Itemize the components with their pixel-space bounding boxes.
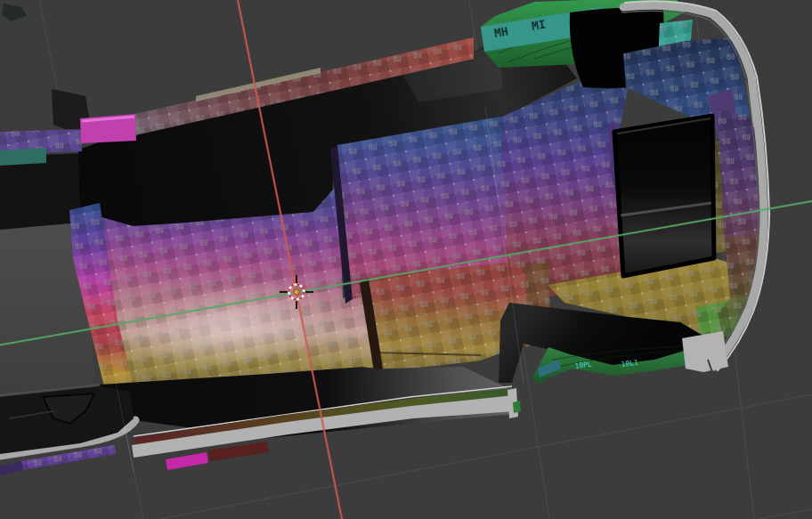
rim-strip-teal: [0, 148, 46, 166]
3d-viewport[interactable]: 88: [0, 0, 812, 519]
uvgrid-label: MI: [531, 17, 547, 32]
object-origin-dot: [294, 289, 299, 295]
wheel-well-box: [614, 116, 714, 276]
rim-corner-green-bit: [513, 401, 521, 413]
uvgrid-label: MH: [493, 24, 509, 39]
rim-corner-bottomright: [682, 331, 728, 372]
